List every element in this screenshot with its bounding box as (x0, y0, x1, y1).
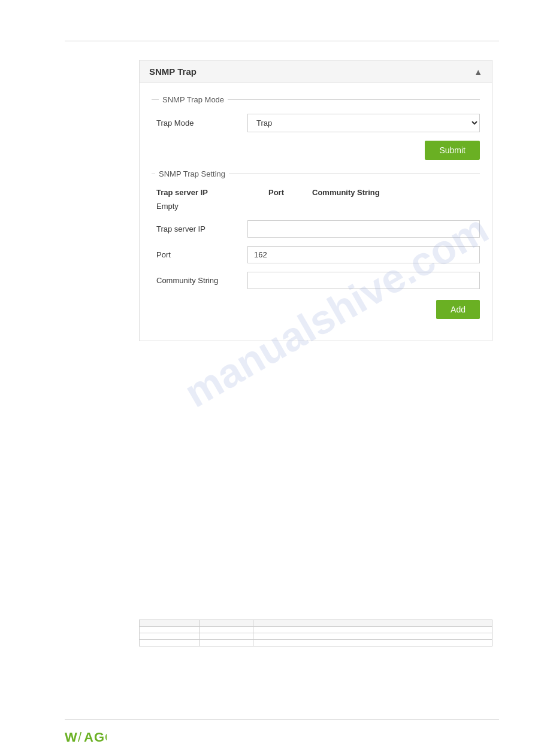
table-cell (253, 627, 492, 633)
table-cell (253, 640, 492, 646)
col-header-community: Community String (300, 188, 480, 197)
community-string-row: Community String (152, 272, 480, 289)
bottom-divider (65, 719, 499, 720)
bottom-table-wrapper (139, 620, 492, 646)
empty-text: Empty (156, 202, 179, 211)
trap-table-headers: Trap server IP Port Community String (152, 188, 480, 199)
table-cell (140, 627, 200, 633)
table-row (140, 633, 492, 640)
main-content: SNMP Trap ▲ SNMP Trap Mode Trap Mode Tra… (139, 60, 492, 341)
wago-slash: / (78, 730, 82, 745)
table-cell (140, 640, 200, 646)
top-divider (65, 41, 499, 41)
wago-logo: W / AGO (65, 728, 107, 745)
table-cell (140, 620, 200, 627)
setting-line-right (229, 174, 480, 174)
submit-btn-row: Submit (152, 138, 480, 160)
wago-logo-svg: W / AGO (65, 728, 107, 745)
table-cell (140, 633, 200, 640)
trap-server-ip-row: Trap server IP (152, 220, 480, 238)
page-wrapper: manualshive.com SNMP Trap ▲ SNMP Trap Mo… (0, 0, 535, 756)
trap-setting-section: SNMP Trap Setting Trap server IP Port Co… (152, 169, 480, 319)
port-input[interactable] (247, 246, 480, 263)
table-row (140, 620, 492, 627)
table-cell (253, 633, 492, 640)
table-cell (253, 620, 492, 627)
trap-mode-select[interactable]: Trap Inform Disabled (247, 114, 480, 132)
trap-server-ip-label: Trap server IP (152, 224, 247, 233)
panel-body: SNMP Trap Mode Trap Mode Trap Inform Dis… (140, 83, 492, 341)
wago-logo-text: W (65, 730, 78, 745)
port-label: Port (152, 250, 247, 259)
snmp-panel-header: SNMP Trap ▲ (140, 60, 492, 83)
col-header-ip: Trap server IP (156, 188, 252, 197)
table-row (140, 640, 492, 646)
trap-mode-section-label: SNMP Trap Mode (159, 95, 228, 104)
trap-mode-row: Trap Mode Trap Inform Disabled (152, 114, 480, 132)
add-btn-row: Add (152, 297, 480, 319)
table-row (140, 627, 492, 633)
submit-button[interactable]: Submit (425, 141, 480, 160)
community-string-input[interactable] (247, 272, 480, 289)
wago-ago-text: AGO (84, 730, 107, 745)
trap-empty-row: Empty (152, 201, 480, 212)
trap-mode-label: Trap Mode (152, 119, 247, 127)
table-cell (200, 620, 253, 627)
trap-server-ip-input[interactable] (247, 220, 480, 238)
col-header-port: Port (252, 188, 300, 197)
add-button[interactable]: Add (436, 300, 480, 319)
section-line-left (152, 99, 159, 100)
section-line-right (228, 99, 480, 100)
snmp-panel-title: SNMP Trap (149, 66, 197, 77)
bottom-table (139, 620, 492, 646)
collapse-icon[interactable]: ▲ (474, 67, 482, 77)
trap-setting-section-label: SNMP Trap Setting (155, 169, 229, 178)
trap-mode-section-header: SNMP Trap Mode (152, 95, 480, 104)
table-cell (200, 633, 253, 640)
port-row: Port (152, 246, 480, 263)
table-cell (200, 640, 253, 646)
trap-setting-section-header: SNMP Trap Setting (152, 169, 480, 178)
table-cell (200, 627, 253, 633)
snmp-panel: SNMP Trap ▲ SNMP Trap Mode Trap Mode Tra… (139, 60, 492, 341)
community-string-label: Community String (152, 276, 247, 285)
